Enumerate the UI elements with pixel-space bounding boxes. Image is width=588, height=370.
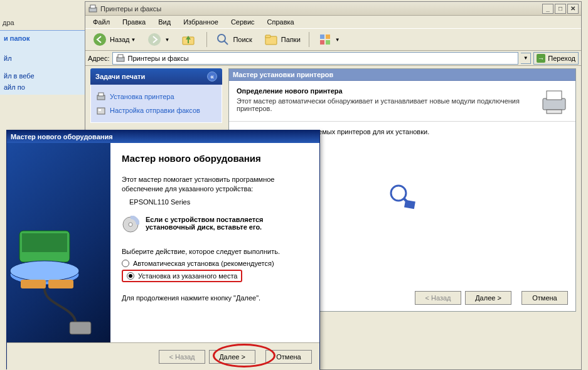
toolbar-separator	[309, 32, 309, 47]
toolbar-separator	[206, 32, 207, 47]
menu-help[interactable]: Справка	[262, 17, 299, 27]
close-button[interactable]: ✕	[567, 4, 579, 14]
tasks-header-label: Задачи печати	[95, 73, 145, 80]
svg-rect-11	[320, 40, 324, 45]
radio-icon	[122, 260, 129, 267]
go-button[interactable]: → Переход	[533, 52, 579, 65]
cd-icon	[122, 216, 139, 233]
wizard-next-button[interactable]: Далее >	[465, 291, 511, 305]
chevron-down-icon: ▼	[335, 37, 340, 43]
chevron-down-icon: ▼	[164, 37, 169, 43]
bg-link[interactable]: айл по	[4, 83, 81, 91]
hw-cd-text: Если с устройством поставляется установо…	[146, 216, 308, 231]
forward-button[interactable]: ▼	[142, 31, 174, 48]
task-install-printer[interactable]: Установка принтера	[96, 90, 216, 103]
menu-favorites[interactable]: Избранное	[178, 17, 223, 27]
radio-manual-label: Установка из указанного места	[138, 272, 237, 280]
hw-continue-text: Для продолжения нажмите кнопку "Далее".	[122, 293, 308, 303]
address-bar: Адрес: Принтеры и факсы ▼ → Переход	[85, 51, 581, 66]
svg-rect-16	[99, 93, 104, 96]
svg-rect-20	[547, 91, 562, 100]
search-button[interactable]: Поиск	[211, 31, 256, 48]
hw-title-text: Мастер нового оборудования	[11, 133, 113, 140]
printer-icon	[115, 53, 126, 63]
address-dropdown[interactable]: ▼	[521, 53, 531, 64]
collapse-icon[interactable]: «	[207, 71, 217, 82]
toolbar: Назад ▼ ▼ Поиск Папки	[85, 28, 581, 51]
printer-wizard-subheading: Этот мастер автоматически обнаруживает и…	[237, 97, 534, 112]
task-label: Настройка отправки факсов	[110, 107, 200, 114]
radio-auto-install[interactable]: Автоматическая установка (рекомендуется)	[122, 260, 308, 267]
svg-rect-31	[70, 322, 91, 334]
radio-icon	[127, 272, 134, 280]
go-label: Переход	[548, 55, 575, 62]
svg-rect-30	[48, 280, 73, 288]
svg-rect-24	[404, 200, 415, 209]
svg-rect-18	[99, 109, 101, 111]
up-button[interactable]	[176, 31, 203, 48]
svg-line-6	[224, 41, 228, 45]
minimize-button[interactable]: _	[542, 4, 553, 14]
menu-file[interactable]: Файл	[88, 17, 115, 27]
svg-rect-29	[21, 280, 46, 288]
chevron-down-icon: ▼	[523, 55, 528, 61]
menu-tools[interactable]: Сервис	[226, 17, 260, 27]
bg-panel-title: и папок	[4, 34, 81, 42]
printer-icon	[96, 92, 106, 102]
folder-up-icon	[181, 32, 196, 47]
svg-point-33	[129, 223, 132, 226]
folders-icon	[264, 32, 279, 47]
bg-text: дра	[3, 19, 14, 26]
svg-rect-8	[265, 35, 270, 38]
radio-manual-install[interactable]: Установка из указанного места	[127, 272, 237, 280]
svg-rect-21	[547, 110, 562, 114]
svg-rect-26	[22, 233, 67, 252]
back-button[interactable]: Назад ▼	[88, 31, 140, 48]
svg-rect-14	[118, 55, 123, 58]
svg-rect-19	[543, 98, 565, 110]
menu-edit[interactable]: Правка	[117, 17, 151, 27]
window-titlebar: Принтеры и факсы _ □ ✕	[85, 2, 581, 16]
folders-label: Папки	[281, 36, 301, 43]
chevron-down-icon: ▼	[131, 37, 136, 43]
hw-next-button[interactable]: Далее >	[209, 350, 255, 364]
search-icon	[215, 32, 230, 47]
tasks-header[interactable]: Задачи печати «	[90, 68, 222, 85]
address-value: Принтеры и факсы	[128, 55, 189, 62]
address-label: Адрес:	[88, 55, 110, 62]
forward-icon	[147, 32, 162, 47]
svg-rect-10	[326, 34, 330, 39]
maximize-button[interactable]: □	[555, 4, 566, 14]
go-arrow-icon: →	[537, 54, 545, 63]
svg-rect-1	[90, 5, 95, 8]
window-title: Принтеры и факсы	[100, 5, 541, 13]
printer-wizard-title: Мастер установки принтеров	[229, 69, 575, 81]
hardware-wizard-dialog: Мастер нового оборудования Мастер нового…	[6, 130, 320, 369]
hw-cancel-button[interactable]: Отмена	[265, 350, 312, 364]
hw-help-text: Этот мастер помогает установить программ…	[122, 175, 308, 194]
menubar: Файл Правка Вид Избранное Сервис Справка	[85, 16, 581, 28]
svg-point-3	[148, 33, 161, 46]
searching-icon	[387, 182, 417, 212]
printer-wizard-heading: Определение нового принтера	[237, 87, 534, 95]
wizard-back-button[interactable]: < Назад	[415, 291, 461, 305]
wizard-cancel-button[interactable]: Отмена	[521, 291, 568, 305]
hw-footer: < Назад Далее > Отмена	[7, 342, 319, 370]
hw-heading: Мастер нового оборудования	[122, 153, 308, 164]
highlight-annotation: Установка из указанного места	[122, 270, 242, 282]
address-input[interactable]: Принтеры и факсы	[112, 52, 519, 65]
svg-rect-9	[320, 34, 324, 39]
printer-large-icon	[540, 87, 568, 115]
bg-link[interactable]: йл в вебе	[4, 72, 81, 80]
tasks-panel: Задачи печати « Установка принтера Настр…	[90, 68, 222, 123]
svg-rect-12	[326, 40, 330, 45]
task-fax-settings[interactable]: Настройка отправки факсов	[96, 103, 216, 117]
views-button[interactable]: ▼	[313, 31, 345, 48]
menu-view[interactable]: Вид	[153, 17, 176, 27]
bg-link[interactable]: йл	[4, 55, 81, 62]
hw-device-name: EPSONL110 Series	[129, 198, 308, 207]
svg-point-28	[10, 261, 79, 281]
search-label: Поиск	[233, 36, 252, 43]
folders-button[interactable]: Папки	[259, 31, 305, 48]
hw-back-button[interactable]: < Назад	[159, 350, 205, 364]
